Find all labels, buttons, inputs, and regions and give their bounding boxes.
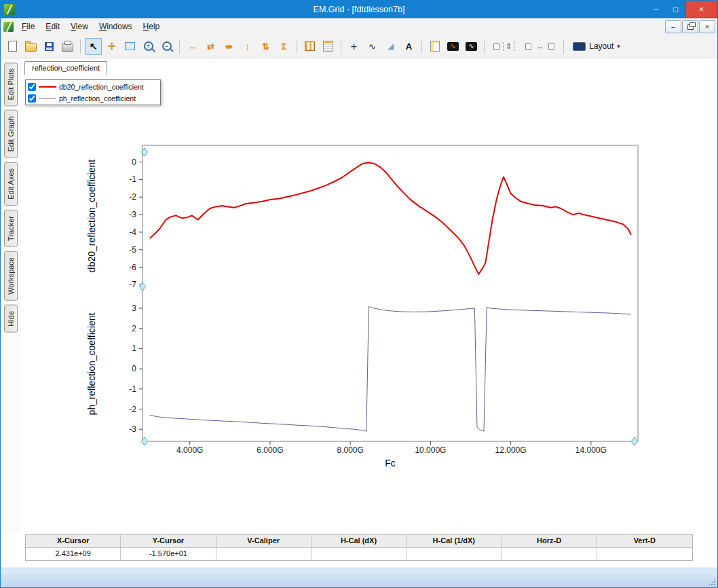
- new-button[interactable]: [4, 38, 21, 55]
- minimize-icon: –: [654, 5, 658, 14]
- sidebar-tab-hide[interactable]: Hide: [4, 305, 18, 333]
- status-header-v-caliper: V-Caliper: [216, 535, 311, 548]
- v-caliper-toggle-button[interactable]: ⇕: [489, 38, 519, 55]
- toolbar-separator: [563, 39, 564, 54]
- toolbar: ↖ ✛ + − ↔ ⇄ ⇹ ↕ ⇅ Σ + ∿ ◢ A ∿ ∿ ⇕ ↔: [1, 35, 717, 58]
- sidebar-tab-edit-plots[interactable]: Edit Plots: [4, 62, 18, 106]
- v-pan-button[interactable]: ⇅: [257, 38, 274, 55]
- legend-row: ph_reflection_coefficient: [26, 92, 160, 104]
- toolbar-separator: [297, 39, 297, 54]
- zoom-window-button[interactable]: [121, 38, 138, 55]
- chart-canvas: 0-1-2-3-4-5-6-7db20_reflection_coefficie…: [21, 58, 717, 507]
- caliper-triangle-icon: ◢: [388, 41, 394, 51]
- mdi-restore-icon: [687, 24, 694, 30]
- autoscale-button[interactable]: Σ: [276, 38, 292, 55]
- layout-label: Layout: [589, 41, 613, 51]
- layout-dropdown[interactable]: Layout ▾: [568, 38, 625, 55]
- data-table-button[interactable]: [426, 38, 443, 55]
- tracker-button[interactable]: ∿: [364, 38, 381, 55]
- pan-hand-icon: ✛: [108, 41, 116, 52]
- layout-icon: [573, 42, 586, 51]
- fft-phase-button[interactable]: ∿: [463, 38, 480, 55]
- print-button[interactable]: [59, 38, 76, 55]
- window-title: EM.Grid - [fdtdlesson7b]: [1, 5, 717, 14]
- fft-magnitude-button[interactable]: ∿: [445, 38, 461, 55]
- plot-columns-button[interactable]: [301, 38, 318, 55]
- toolbar-separator: [80, 39, 81, 54]
- status-bar: X-Cursor Y-Cursor V-Caliper H-Cal (dX) H…: [25, 534, 693, 561]
- sidebar-tab-edit-graph[interactable]: Edit Graph: [4, 110, 18, 158]
- minimize-button[interactable]: –: [646, 1, 666, 18]
- legend-box: db20_reflection_coefficient ph_reflectio…: [25, 79, 161, 105]
- menu-file[interactable]: File: [16, 20, 40, 33]
- y-tick-label: 0: [132, 364, 136, 373]
- h-pan-button[interactable]: ⇄: [202, 38, 219, 55]
- sidebar-tab-tracker[interactable]: Tracker: [4, 210, 18, 247]
- sidebar-tab-edit-axes[interactable]: Edit Axes: [4, 162, 18, 206]
- mdi-window-controls: – ×: [664, 20, 715, 33]
- h-fit-button[interactable]: ⇹: [221, 38, 238, 55]
- zoom-out-button[interactable]: −: [158, 38, 175, 55]
- menu-view[interactable]: View: [65, 20, 94, 33]
- menu-file-label: File: [22, 22, 35, 31]
- y-tick-label: -7: [129, 280, 136, 289]
- mdi-minimize-button[interactable]: –: [665, 20, 681, 33]
- print-icon: [62, 43, 73, 52]
- checkbox-square-icon: [548, 43, 554, 50]
- checkbox-square-icon: [493, 43, 499, 50]
- v-pan-icon: ⇅: [262, 41, 269, 52]
- menu-bar: File Edit View Windows Help – ×: [1, 18, 717, 35]
- zoom-in-button[interactable]: +: [140, 38, 157, 55]
- save-icon: [45, 42, 54, 51]
- checkbox-square-icon: [525, 43, 531, 50]
- close-button[interactable]: ×: [685, 1, 717, 18]
- maximize-icon: □: [673, 5, 678, 14]
- x-tick-label: 6.000G: [257, 445, 283, 455]
- fft-white-wave-icon: ∿: [466, 42, 477, 51]
- status-value-vert-d: [597, 548, 692, 560]
- status-value-h-cal-1dx: [407, 548, 502, 560]
- h-fit-icon: ⇹: [225, 41, 233, 52]
- y-tick-label: -2: [129, 405, 136, 414]
- menu-windows[interactable]: Windows: [94, 20, 138, 33]
- chevron-down-icon: ▾: [617, 43, 620, 50]
- text-annotation-button[interactable]: A: [400, 38, 417, 55]
- content-area: Edit Plots Edit Graph Edit Axes Tracker …: [1, 58, 717, 533]
- resize-grip[interactable]: [708, 578, 716, 586]
- status-header-horz-d: Horz-D: [502, 535, 597, 548]
- x-tick-label: 4.000G: [176, 445, 203, 455]
- status-value-v-caliper: [216, 548, 311, 560]
- menu-edit[interactable]: Edit: [40, 20, 65, 33]
- menu-help[interactable]: Help: [138, 20, 166, 33]
- plot-rows-button[interactable]: [320, 38, 337, 55]
- select-tool-button[interactable]: ↖: [85, 38, 102, 55]
- h-zoom-icon: ↔: [188, 41, 197, 52]
- maximize-button[interactable]: □: [666, 1, 685, 18]
- h-caliper-toggle-button[interactable]: ↔: [521, 38, 559, 55]
- caliper-button[interactable]: ◢: [382, 38, 399, 55]
- x-tick-label: 12.000G: [495, 445, 527, 455]
- mdi-close-button[interactable]: ×: [699, 20, 715, 33]
- toolbar-separator: [341, 39, 341, 54]
- sidebar-tab-workspace[interactable]: Workspace: [4, 251, 18, 301]
- tab-reflection-coefficient[interactable]: reflection_coefficient: [24, 61, 107, 75]
- v-zoom-button[interactable]: ↕: [239, 38, 256, 55]
- mdi-restore-button[interactable]: [682, 20, 698, 33]
- pan-tool-button[interactable]: ✛: [103, 38, 120, 55]
- open-button[interactable]: [22, 38, 39, 55]
- status-header-vert-d: Vert-D: [597, 535, 692, 548]
- mdi-minimize-icon: –: [671, 23, 675, 31]
- legend-checkbox-db20[interactable]: [28, 83, 36, 91]
- save-button[interactable]: [41, 38, 58, 55]
- v-caliper-icon: ⇕: [503, 42, 514, 51]
- h-zoom-button[interactable]: ↔: [184, 38, 201, 55]
- add-cursor-button[interactable]: +: [345, 38, 362, 55]
- y-tick-label: -4: [129, 227, 136, 237]
- zoom-out-icon: −: [162, 41, 172, 51]
- y-tick-label: -5: [129, 245, 136, 255]
- legend-checkbox-ph[interactable]: [28, 94, 36, 103]
- status-header-y-cursor: Y-Cursor: [121, 535, 216, 548]
- legend-label-db20: db20_reflection_coefficient: [59, 83, 144, 91]
- legend-line-sample-ph: [39, 98, 56, 98]
- y-tick-label: -2: [129, 192, 136, 202]
